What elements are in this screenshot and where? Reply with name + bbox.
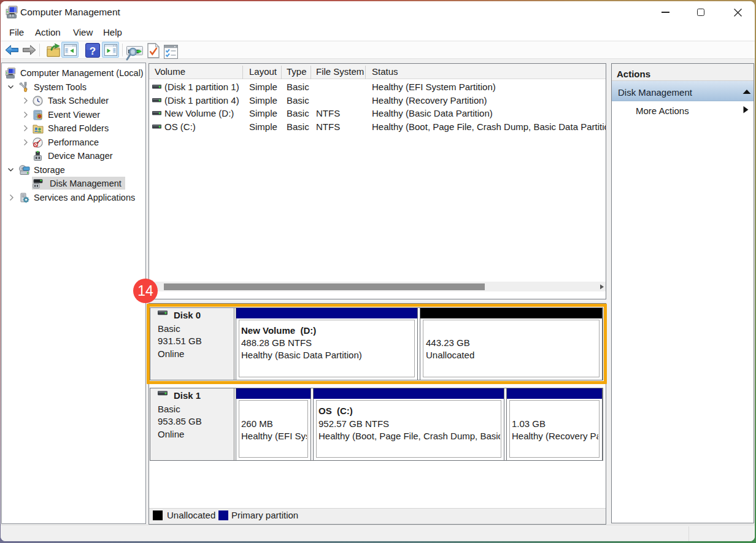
svg-text:?: ?	[90, 45, 96, 57]
